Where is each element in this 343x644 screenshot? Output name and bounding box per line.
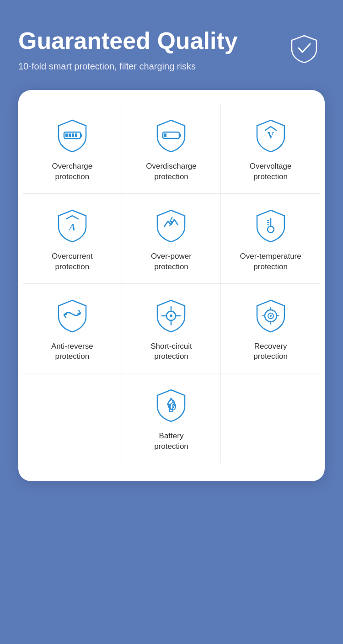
list-item: Over-temperatureprotection <box>221 194 320 284</box>
list-item: A Overcurrentprotection <box>23 194 122 284</box>
overdischarge-icon <box>153 117 189 154</box>
overcharge-label: Overchargeprotection <box>52 161 92 182</box>
list-item: Recoveryprotection <box>221 284 320 374</box>
recovery-label: Recoveryprotection <box>253 341 288 362</box>
svg-rect-7 <box>179 134 181 137</box>
protection-grid: Overchargeprotection Overdischargeprotec… <box>23 104 320 463</box>
svg-point-24 <box>270 315 272 317</box>
antireverse-label: Anti-reverseprotection <box>51 341 93 362</box>
svg-rect-8 <box>164 133 166 137</box>
svg-rect-5 <box>75 133 77 137</box>
overcharge-icon <box>54 117 91 154</box>
list-item: V Overvoltageprotection <box>221 104 320 194</box>
list-item: Short-circuitprotection <box>122 284 221 374</box>
svg-rect-1 <box>80 134 82 137</box>
overvoltage-icon: V <box>252 117 289 154</box>
overdischarge-label: Overdischargeprotection <box>146 161 197 182</box>
list-item: Over-powerprotection <box>122 194 221 284</box>
recovery-icon <box>252 298 289 334</box>
shortcircuit-label: Short-circuitprotection <box>150 341 192 362</box>
protection-card: Overchargeprotection Overdischargeprotec… <box>18 90 325 482</box>
battery-label: Batteryprotection <box>154 431 188 452</box>
empty-cell-right <box>221 373 320 463</box>
overcurrent-icon: A <box>54 208 91 244</box>
svg-text:A: A <box>68 221 75 233</box>
svg-rect-2 <box>65 133 68 137</box>
shield-header-icon <box>288 32 320 64</box>
overpower-label: Over-powerprotection <box>151 251 192 272</box>
overtemperature-label: Over-temperatureprotection <box>240 251 301 272</box>
list-item: Overdischargeprotection <box>122 104 221 194</box>
antireverse-icon <box>54 298 91 334</box>
list-item: Anti-reverseprotection <box>23 284 122 374</box>
overcurrent-label: Overcurrentprotection <box>52 251 93 272</box>
list-item: Overchargeprotection <box>23 104 122 194</box>
overpower-icon <box>153 208 189 244</box>
svg-rect-3 <box>69 133 71 137</box>
overtemperature-icon <box>252 208 289 244</box>
shortcircuit-icon <box>153 298 189 334</box>
svg-point-21 <box>170 314 172 317</box>
overvoltage-label: Overvoltageprotection <box>250 161 292 182</box>
page-title: Guaranteed Quality <box>18 27 325 55</box>
page-subtitle: 10-fold smart protection, filter chargin… <box>18 61 325 72</box>
empty-cell-left <box>23 373 122 463</box>
svg-rect-4 <box>72 133 74 137</box>
battery-icon <box>153 387 189 424</box>
list-item: Batteryprotection <box>122 373 221 463</box>
svg-text:V: V <box>267 130 274 140</box>
page-header: Guaranteed Quality 10-fold smart protect… <box>18 27 325 72</box>
